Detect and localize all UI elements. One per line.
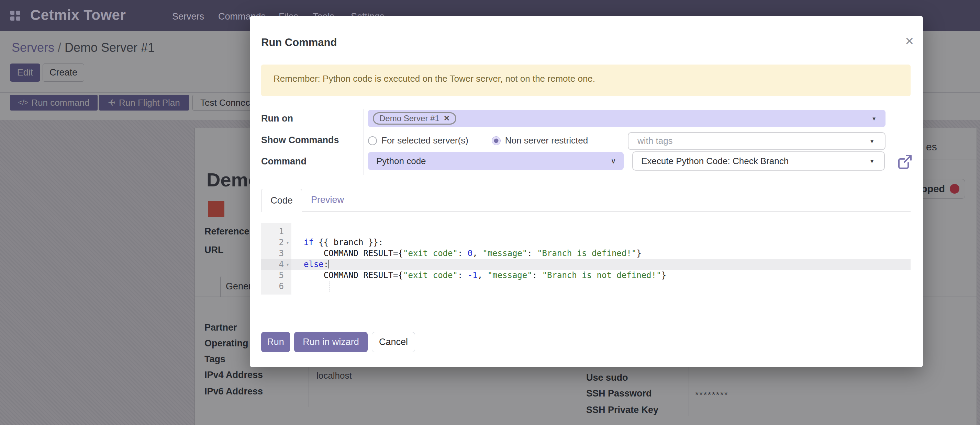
tab-code[interactable]: Code (261, 189, 302, 212)
show-commands-radios: For selected server(s) Non server restri… (368, 135, 588, 146)
command-label: Command (261, 156, 307, 167)
run-on-field[interactable]: Demo Server #1 ✕ ▼ (368, 110, 886, 127)
screen: Cetmix Tower Servers Commands Files Tool… (0, 0, 980, 425)
chevron-down-icon: ∨ (611, 157, 616, 165)
remove-tag-icon[interactable]: ✕ (444, 114, 450, 123)
run-on-label: Run on (261, 113, 293, 124)
apps-menu-icon[interactable] (10, 11, 20, 21)
command-type-value: Python code (376, 156, 426, 167)
editor-line-6: 6 (261, 281, 911, 292)
tab-border (261, 211, 911, 212)
cancel-button[interactable]: Cancel (372, 332, 415, 352)
fold-marker-icon[interactable]: ▾ (284, 262, 291, 267)
command-value: Execute Python Code: Check Branch (641, 156, 789, 167)
code-editor-lines: 12▾if {{ branch }}:3 COMMAND_RESULT={"ex… (261, 226, 911, 292)
nav-item-servers[interactable]: Servers (172, 11, 204, 22)
editor-line-5: 5 COMMAND_RESULT={"exit_code": -1, "mess… (261, 270, 911, 281)
show-commands-label: Show Commands (261, 135, 339, 146)
editor-line-3: 3 COMMAND_RESULT={"exit_code": 0, "messa… (261, 248, 911, 259)
with-tags-input[interactable] (637, 135, 858, 147)
text-cursor (328, 260, 329, 268)
brand[interactable]: Cetmix Tower (30, 7, 126, 23)
editor-line-1: 1 (261, 226, 911, 237)
modal-title: Run Command (261, 36, 337, 49)
dropdown-caret-icon: ▼ (872, 116, 877, 122)
editor-line-2: 2▾if {{ branch }}: (261, 237, 911, 248)
dropdown-caret-icon: ▼ (869, 138, 875, 144)
tab-preview[interactable]: Preview (311, 195, 344, 205)
run-in-wizard-button[interactable]: Run in wizard (294, 332, 368, 352)
editor-line-4: 4▾else: (261, 259, 911, 270)
indent-guide (321, 281, 321, 292)
with-tags-select[interactable]: ▼ (628, 132, 886, 150)
dropdown-caret-icon: ▼ (869, 158, 875, 164)
command-select[interactable]: Execute Python Code: Check Branch ▼ (632, 151, 885, 171)
run-button[interactable]: Run (261, 332, 290, 352)
external-link-icon[interactable] (897, 154, 913, 170)
indent-guide (329, 281, 329, 292)
code-editor[interactable]: 12▾if {{ branch }}:3 COMMAND_RESULT={"ex… (261, 223, 911, 295)
form-column-separator (363, 109, 364, 175)
server-tag-label: Demo Server #1 (379, 114, 439, 123)
radio-for-selected-servers[interactable] (368, 136, 377, 145)
radio-non-server-restricted-label[interactable]: Non server restricted (505, 135, 588, 146)
server-tag[interactable]: Demo Server #1 ✕ (373, 112, 456, 125)
run-command-modal: Run Command ✕ Remember: Python code is e… (250, 16, 923, 367)
radio-for-selected-servers-label[interactable]: For selected server(s) (382, 135, 468, 146)
fold-marker-icon[interactable]: ▾ (284, 239, 291, 245)
close-icon[interactable]: ✕ (905, 36, 914, 47)
python-warning-banner: Remember: Python code is executed on the… (261, 65, 911, 96)
command-type-select[interactable]: Python code ∨ (368, 152, 624, 170)
radio-non-server-restricted[interactable] (492, 136, 501, 145)
